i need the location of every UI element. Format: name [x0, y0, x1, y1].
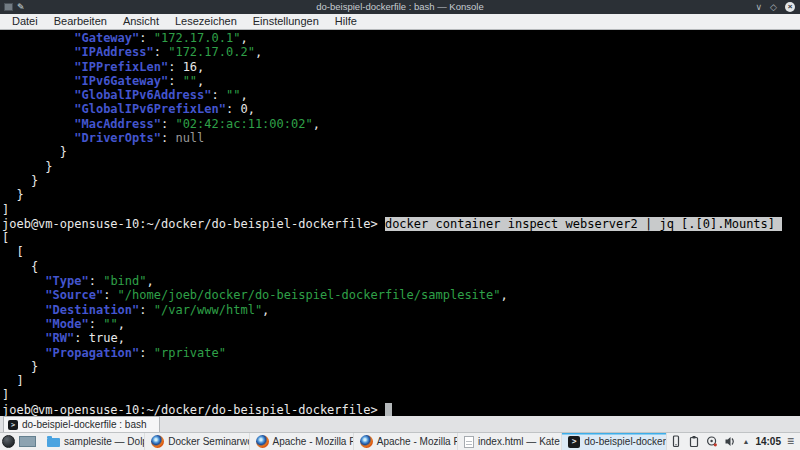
task-button-label: samplesite — Dolphin — [64, 436, 145, 447]
record-icon[interactable] — [706, 435, 718, 448]
terminal-line: "Destination": "/var/www/html", — [2, 303, 800, 317]
terminal-output[interactable]: "Gateway": "172.17.0.1", "IPAddress": "1… — [0, 30, 800, 416]
terminal-line: } — [2, 188, 800, 202]
kate-icon — [464, 436, 474, 448]
terminal-line: [ — [2, 231, 800, 245]
taskbar: samplesite — DolphinDocker Seminarwoche … — [0, 432, 800, 450]
task-button-label: Apache - Mozilla Firefox <2> — [377, 436, 458, 447]
dolphin-icon — [47, 438, 60, 447]
terminal-line: } — [2, 160, 800, 174]
terminal-line: } — [2, 145, 800, 159]
clock[interactable]: 14:05 — [755, 436, 781, 447]
terminal-line: } — [2, 360, 800, 374]
task-button-konsole[interactable]: >do-beispiel-dockerfile : bash ... — [562, 433, 666, 450]
terminal-line: "IPv6Gateway": "", — [2, 74, 800, 88]
firefox-icon — [360, 435, 373, 448]
title-bar[interactable]: ✎ do-beispiel-dockerfile : bash — Konsol… — [0, 0, 800, 14]
firefox-icon — [151, 435, 164, 448]
menu-item-einstellungen[interactable]: Einstellungen — [245, 14, 327, 29]
terminal-line: "GlobalIPv6Address": "", — [2, 88, 800, 102]
task-button-label: Apache - Mozilla Firefox — [273, 436, 354, 447]
terminal-line: "IPAddress": "172.17.0.2", — [2, 45, 800, 59]
task-button-label: do-beispiel-dockerfile : bash ... — [584, 436, 666, 447]
terminal-line: { — [2, 260, 800, 274]
firefox-icon — [256, 435, 269, 448]
terminal-line: "IPPrefixLen": 16, — [2, 60, 800, 74]
terminal-line: "Propagation": "rprivate" — [2, 346, 800, 360]
terminal-tab-icon: > — [8, 420, 18, 430]
task-button-firefox-2[interactable]: Apache - Mozilla Firefox — [250, 433, 354, 450]
task-button-dolphin[interactable]: samplesite — Dolphin — [41, 433, 145, 450]
menu-item-datei[interactable]: Datei — [4, 14, 46, 29]
task-button-firefox-3[interactable]: Apache - Mozilla Firefox <2> — [354, 433, 458, 450]
menu-bar: DateiBearbeitenAnsichtLesezeichenEinstel… — [0, 14, 800, 30]
virtual-desktop-pager[interactable] — [19, 436, 36, 447]
minimize-button[interactable]: ∨ — [755, 0, 762, 14]
device-icon[interactable] — [670, 435, 682, 448]
terminal-line: "Gateway": "172.17.0.1", — [2, 31, 800, 45]
terminal-line: "GlobalIPv6PrefixLen": 0, — [2, 102, 800, 116]
task-buttons: samplesite — DolphinDocker Seminarwoche … — [41, 433, 666, 450]
system-tray: ▲ 14:05 ≡ — [666, 433, 798, 450]
terminal-line: joeb@vm-opensuse-10:~/docker/do-beispiel… — [2, 217, 800, 231]
clipboard-icon[interactable] — [688, 435, 700, 448]
terminal-line: "Source": "/home/joeb/docker/do-beispiel… — [2, 288, 800, 302]
terminal-line: joeb@vm-opensuse-10:~/docker/do-beispiel… — [2, 403, 800, 416]
menu-item-ansicht[interactable]: Ansicht — [115, 14, 167, 29]
konsole-icon: > — [568, 436, 580, 448]
terminal-line: "DriverOpts": null — [2, 131, 800, 145]
maximize-button[interactable]: ◇ — [770, 0, 777, 14]
volume-icon[interactable] — [724, 435, 736, 448]
konsole-tab-bar: > do-beispiel-dockerfile : bash — [0, 416, 800, 432]
task-button-label: index.html — Kate — [478, 436, 560, 447]
terminal-line: "Type": "bind", — [2, 274, 800, 288]
menu-item-bearbeiten[interactable]: Bearbeiten — [46, 14, 115, 29]
expand-tray-icon[interactable]: ▲ — [742, 438, 749, 445]
window-menu-icon[interactable] — [4, 3, 13, 11]
pin-icon[interactable]: ✎ — [17, 2, 25, 12]
menu-item-lesezeichen[interactable]: Lesezeichen — [167, 14, 245, 29]
terminal-line: ] — [2, 374, 800, 388]
konsole-window: ✎ do-beispiel-dockerfile : bash — Konsol… — [0, 0, 800, 450]
terminal-line: ] — [2, 388, 800, 402]
task-button-kate[interactable]: index.html — Kate — [458, 433, 562, 450]
terminal-line: } — [2, 174, 800, 188]
close-button[interactable]: × — [785, 2, 795, 12]
menu-item-hilfe[interactable]: Hilfe — [327, 14, 365, 29]
tab-do-beispiel-dockerfile[interactable]: > do-beispiel-dockerfile : bash — [3, 416, 160, 432]
terminal-line: "Mode": "", — [2, 317, 800, 331]
terminal-line: ] — [2, 203, 800, 217]
task-button-label: Docker Seminarwoche - Moz... — [168, 436, 249, 447]
application-launcher-icon[interactable] — [2, 435, 15, 448]
terminal-line: "RW": true, — [2, 331, 800, 345]
window-title: do-beispiel-dockerfile : bash — Konsole — [0, 0, 800, 14]
terminal-line: "MacAddress": "02:42:ac:11:00:02", — [2, 117, 800, 131]
terminal-line: [ — [2, 245, 800, 259]
tab-label: do-beispiel-dockerfile : bash — [22, 419, 147, 430]
panel-menu-icon[interactable]: ≡ — [787, 433, 794, 450]
task-button-firefox-1[interactable]: Docker Seminarwoche - Moz... — [145, 433, 249, 450]
